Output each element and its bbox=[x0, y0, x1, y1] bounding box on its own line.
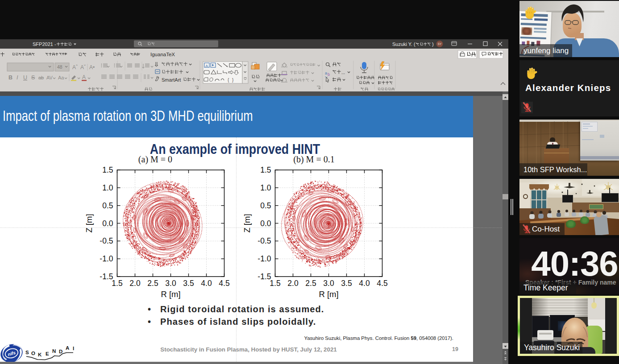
svg-text:0.0: 0.0 bbox=[260, 219, 271, 228]
svg-text:A•: A• bbox=[89, 64, 95, 70]
svg-text:(b) M = 0.1: (b) M = 0.1 bbox=[293, 154, 334, 165]
svg-text:A: A bbox=[82, 74, 86, 80]
svg-text:3.5: 3.5 bbox=[183, 279, 194, 288]
svg-text:-1.5: -1.5 bbox=[258, 272, 271, 281]
svg-text:Aa: Aa bbox=[58, 75, 64, 80]
svg-text:1.5: 1.5 bbox=[270, 279, 280, 288]
svg-text:2.0: 2.0 bbox=[287, 279, 299, 288]
svg-text:3.0: 3.0 bbox=[323, 279, 334, 288]
svg-text:48: 48 bbox=[57, 64, 62, 70]
svg-text:Z [m]: Z [m] bbox=[242, 214, 252, 232]
svg-text:-1.0: -1.0 bbox=[258, 254, 271, 263]
svg-text:): ) bbox=[432, 41, 434, 47]
svg-text:4.0: 4.0 bbox=[201, 279, 212, 288]
svg-text:2.5: 2.5 bbox=[305, 279, 316, 288]
svg-text:0.5: 0.5 bbox=[102, 201, 113, 210]
svg-text:(a) M = 0: (a) M = 0 bbox=[138, 154, 172, 165]
svg-text:ab: ab bbox=[38, 75, 44, 80]
svg-text:2.0: 2.0 bbox=[129, 279, 141, 288]
svg-text:N: N bbox=[52, 348, 56, 354]
svg-text:R [m]: R [m] bbox=[319, 290, 338, 299]
svg-text:K: K bbox=[38, 352, 42, 357]
svg-text:O: O bbox=[31, 351, 35, 356]
svg-text:U: U bbox=[23, 74, 27, 81]
svg-text:-0.5: -0.5 bbox=[100, 236, 113, 245]
svg-text:...: ... bbox=[341, 70, 345, 75]
svg-text:D: D bbox=[59, 349, 62, 354]
svg-text:Aˇ: Aˇ bbox=[80, 64, 86, 70]
svg-text:0.0: 0.0 bbox=[102, 219, 113, 228]
svg-text:-1.5: -1.5 bbox=[100, 272, 113, 281]
svg-text:SY: SY bbox=[438, 42, 442, 46]
svg-text:S: S bbox=[25, 350, 29, 355]
svg-text:3.0: 3.0 bbox=[165, 279, 176, 288]
svg-text:I: I bbox=[73, 346, 74, 351]
svg-text:Aˆ: Aˆ bbox=[72, 64, 78, 70]
svg-text:0.5: 0.5 bbox=[260, 201, 271, 210]
svg-text:E: E bbox=[46, 351, 49, 356]
svg-text:2.5: 2.5 bbox=[147, 279, 158, 288]
svg-text:Suzuki Y. (: Suzuki Y. ( bbox=[392, 41, 415, 47]
svg-text:1.5: 1.5 bbox=[102, 165, 113, 174]
svg-text:4.0: 4.0 bbox=[359, 279, 370, 288]
svg-text:I: I bbox=[17, 74, 18, 81]
svg-text:SmartArt: SmartArt bbox=[162, 77, 181, 83]
svg-text:4.5: 4.5 bbox=[377, 279, 387, 288]
svg-text:B: B bbox=[8, 74, 12, 81]
svg-text:SFP2021 -: SFP2021 - bbox=[33, 41, 56, 47]
svg-text:-0.5: -0.5 bbox=[258, 236, 271, 245]
svg-text:AV: AV bbox=[46, 75, 53, 80]
svg-text:S: S bbox=[31, 74, 35, 81]
svg-text:Z [m]: Z [m] bbox=[84, 214, 94, 232]
svg-text:A: A bbox=[206, 64, 208, 68]
svg-text:1.5: 1.5 bbox=[112, 279, 122, 288]
svg-text:R [m]: R [m] bbox=[161, 290, 180, 299]
svg-text:1.0: 1.0 bbox=[260, 183, 271, 192]
svg-text:IguanaTeX: IguanaTeX bbox=[150, 52, 175, 57]
svg-text:b: b bbox=[328, 72, 330, 77]
svg-text:A: A bbox=[66, 345, 69, 351]
svg-text:3.5: 3.5 bbox=[341, 279, 352, 288]
svg-text:a: a bbox=[325, 71, 327, 75]
svg-text:1.5: 1.5 bbox=[260, 165, 271, 174]
svg-text:-1.0: -1.0 bbox=[100, 254, 113, 263]
svg-text:4.5: 4.5 bbox=[219, 279, 229, 288]
svg-text:1.0: 1.0 bbox=[102, 183, 113, 192]
